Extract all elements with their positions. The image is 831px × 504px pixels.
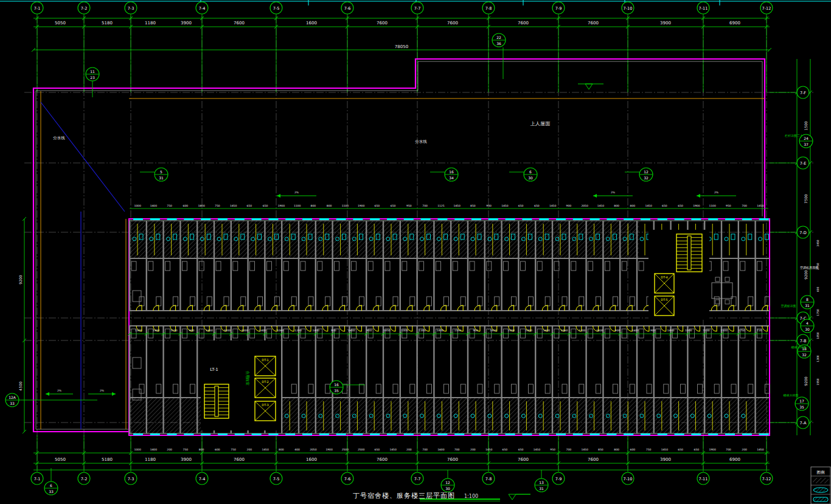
door-swing-arc	[644, 326, 649, 331]
bed-symbol	[748, 297, 753, 306]
drawing-title-bar: 丁号宿舍楼、服务楼三层平面图 1:100	[0, 489, 831, 500]
dim-value: 1450	[661, 448, 669, 451]
window-sill	[404, 433, 414, 435]
dim-value: 750	[167, 204, 172, 207]
dim-value: 1300	[419, 329, 426, 332]
window-sill	[201, 218, 210, 220]
window-sill	[353, 433, 363, 435]
lobby-label: 合用前室	[245, 371, 250, 385]
dim-value: 1450	[597, 204, 605, 207]
dim-value: 700	[566, 448, 572, 451]
toilet-fixture	[759, 237, 762, 241]
bed-symbol	[571, 329, 576, 338]
detail-number: 24	[804, 136, 808, 140]
bed-symbol	[139, 384, 144, 393]
door-swing-arc	[711, 326, 717, 331]
dim-value: 1400	[259, 329, 266, 332]
dim-value: 650	[534, 204, 540, 207]
dim-value: 7600	[447, 21, 458, 26]
dim-value: 1550	[454, 329, 462, 332]
window-sill	[489, 218, 498, 220]
window-sill	[184, 218, 193, 220]
stair-note: 楼梯大样图	[791, 345, 807, 350]
bed-symbol	[342, 297, 347, 306]
bed-symbol	[376, 384, 381, 393]
bed-symbol	[182, 329, 187, 338]
dim-value: 650	[247, 204, 252, 207]
dim-value: 1180	[145, 21, 156, 26]
window-sill	[353, 218, 363, 220]
bed-symbol	[740, 261, 745, 271]
dim-value: 400	[294, 448, 300, 451]
bed-symbol	[528, 384, 533, 393]
dim-value: 9200	[804, 270, 808, 279]
bed-symbol	[596, 297, 601, 306]
dim-value: 650	[502, 448, 508, 451]
window-sill	[522, 433, 532, 435]
ac-room-label: 空调机房屋面	[800, 266, 818, 270]
bed-symbol	[697, 384, 702, 393]
dim-value: 1300	[135, 329, 142, 332]
grid-bubble-label: 7-10	[624, 477, 633, 482]
dim-value: 1060	[277, 329, 284, 332]
bed-symbol	[630, 384, 635, 393]
grid-bubble-label: 7-5	[273, 477, 280, 482]
dim-value: 1900	[693, 204, 700, 207]
ridge-line-label: 分水线	[53, 136, 65, 140]
dim-value: 5050	[55, 457, 66, 462]
sink-fixture	[748, 234, 752, 240]
detail-sheet-number: 23	[90, 75, 95, 80]
dim-value: 1450	[534, 448, 541, 451]
grid-bubble-label: 7-5	[273, 6, 280, 11]
detail-number: 16	[449, 170, 454, 174]
window-sill	[658, 218, 667, 220]
window-sill	[675, 433, 684, 435]
dim-value: 600	[816, 287, 819, 292]
bed-symbol	[216, 261, 221, 271]
bed-symbol	[165, 329, 170, 338]
grid-bubble-label: 7-1	[34, 6, 41, 11]
elevator-label: DT-5	[661, 298, 667, 302]
roof-area-label: 上人屋面	[530, 121, 551, 126]
grid-bubble-label: 7-12	[762, 6, 771, 11]
door-swing-arc	[661, 326, 666, 331]
chair-symbol	[725, 300, 729, 304]
window-sill	[454, 433, 464, 435]
window-sill	[421, 433, 431, 435]
bed-symbol	[368, 261, 373, 271]
window-sill	[708, 218, 718, 220]
bed-symbol	[478, 297, 482, 306]
cad-floor-plan-drawing: LT-1合用前室DT-1DT-2DT-3DT-4DT-5 50505180118…	[0, 0, 831, 504]
window-sill	[759, 433, 769, 435]
dim-value: 3900	[660, 457, 671, 462]
bed-symbol	[588, 329, 593, 338]
bed-symbol	[731, 297, 736, 306]
bed-symbol	[393, 297, 398, 306]
dim-value: 1900	[325, 448, 333, 451]
grid-bubble-label: 7-8	[485, 477, 492, 482]
bed-symbol	[301, 261, 305, 271]
sink-fixture	[731, 234, 735, 240]
dim-value: 650	[375, 448, 380, 451]
grid-bubble-label: 7-4	[199, 477, 206, 482]
bed-symbol	[250, 329, 255, 338]
bed-symbol	[605, 261, 610, 271]
dim-value: 1450	[230, 204, 237, 207]
elevation-marker	[585, 84, 593, 89]
window-sill	[725, 218, 735, 220]
dim-value: 200	[247, 448, 252, 451]
door-swing-arc	[745, 326, 751, 331]
door-swing-arc	[305, 326, 311, 331]
bed-symbol	[291, 297, 296, 306]
dim-value: 1400	[153, 329, 160, 332]
dim-value: 750	[646, 448, 652, 451]
dim-value: 1500	[720, 329, 728, 332]
dim-value: 2500	[358, 448, 365, 451]
bed-symbol	[233, 261, 238, 271]
bed-symbol	[308, 297, 313, 306]
dim-value: 1000	[685, 329, 692, 332]
door-swing-arc	[373, 326, 378, 331]
dim-value: 650	[662, 204, 667, 207]
dim-value: 700	[726, 448, 731, 451]
bed-symbol	[453, 261, 457, 271]
